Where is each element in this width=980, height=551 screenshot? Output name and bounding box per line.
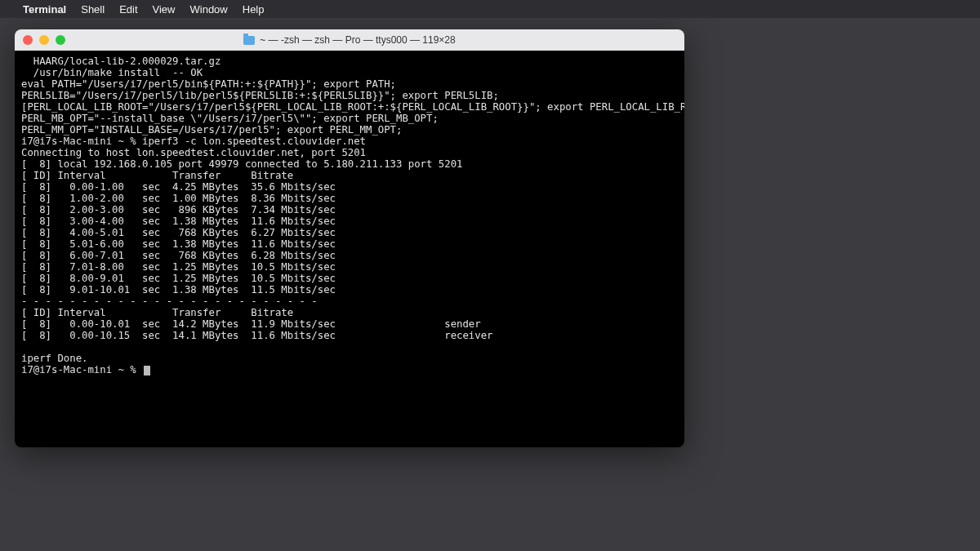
menu-edit[interactable]: Edit xyxy=(119,3,137,16)
menu-bar[interactable]: Terminal Shell Edit View Window Help xyxy=(0,0,980,18)
menu-window[interactable]: Window xyxy=(190,3,228,16)
close-button[interactable] xyxy=(23,35,33,45)
menu-app[interactable]: Terminal xyxy=(23,3,66,16)
menu-help[interactable]: Help xyxy=(243,3,265,16)
menu-shell[interactable]: Shell xyxy=(81,3,105,16)
maximize-button[interactable] xyxy=(56,35,65,45)
window-titlebar[interactable]: ~ — -zsh — zsh — Pro — ttys000 — 119×28 xyxy=(15,29,684,51)
window-title-text: ~ — -zsh — zsh — Pro — ttys000 — 119×28 xyxy=(260,34,455,46)
window-title: ~ — -zsh — zsh — Pro — ttys000 — 119×28 xyxy=(15,34,684,46)
folder-icon xyxy=(243,36,255,45)
traffic-lights xyxy=(23,35,65,45)
desktop: Fishing PlanetAlien IsolationSeven Citie… xyxy=(0,18,980,551)
terminal-output[interactable]: HAARG/local-lib-2.000029.tar.gz /usr/bin… xyxy=(15,51,684,447)
terminal-window[interactable]: ~ — -zsh — zsh — Pro — ttys000 — 119×28 … xyxy=(15,29,684,447)
cursor xyxy=(144,366,150,375)
minimize-button[interactable] xyxy=(39,35,49,45)
menu-view[interactable]: View xyxy=(153,3,176,16)
